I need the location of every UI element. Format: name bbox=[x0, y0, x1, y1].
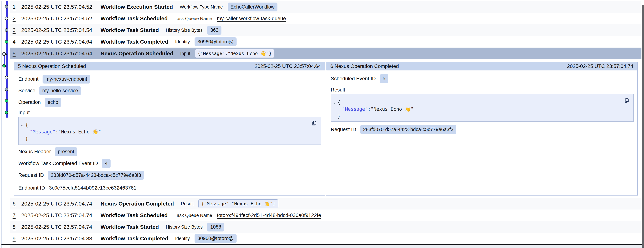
collapse-chevron-icon[interactable]: ⌄ bbox=[21, 121, 25, 128]
event-id-link[interactable]: 5 bbox=[12, 50, 19, 57]
collapse-chevron-icon[interactable]: ⌄ bbox=[333, 99, 338, 106]
field-badge: 5 bbox=[380, 74, 388, 83]
card-timestamp: 2025-02-25 UTC 23:57:04.74 bbox=[567, 63, 633, 69]
json-colon: : bbox=[368, 106, 371, 113]
copy-icon[interactable] bbox=[624, 97, 630, 104]
event-row-1[interactable]: 1 2025-02-25 UTC 23:57:04.52 Workflow Ex… bbox=[10, 1, 642, 13]
field-input: Input bbox=[18, 108, 34, 117]
event-detail-label: Input bbox=[180, 51, 190, 56]
timeline-dot-5-branch bbox=[2, 52, 6, 56]
timeline-dot-9 bbox=[5, 99, 8, 103]
event-id-link[interactable]: 4 bbox=[12, 39, 19, 45]
vertical-scrollbar[interactable] bbox=[642, 5, 644, 248]
input-json-viewer: ⌄ { "Message": "Nexus Echo 👋" } bbox=[18, 117, 321, 145]
result-json-viewer: ⌄ { "Message": "Nexus Echo 👋" } bbox=[331, 94, 634, 122]
event-row-5-selected[interactable]: 5 2025-02-25 UTC 23:57:04.64 Nexus Opera… bbox=[10, 47, 642, 59]
json-line-close: } bbox=[331, 113, 633, 119]
field-nexus-header: Nexus Header present bbox=[18, 147, 77, 156]
field-label: Request ID bbox=[331, 127, 356, 132]
event-detail-label: Workflow Type Name bbox=[180, 4, 223, 10]
event-detail-label: Identity bbox=[175, 236, 190, 241]
event-type: Workflow Task Completed bbox=[100, 39, 168, 45]
field-badge: my-nexus-endpoint bbox=[42, 75, 90, 83]
json-close-brace: } bbox=[25, 135, 28, 142]
field-badge: 283fd070-d57a-4423-bdca-c5c779e6a3f3 bbox=[48, 171, 144, 180]
field-request-id: Request ID 283fd070-d57a-4423-bdca-c5c77… bbox=[331, 125, 456, 134]
timeline-dot-6-branch bbox=[2, 64, 6, 67]
field-badge: my-hello-service bbox=[39, 86, 81, 95]
json-key: "Message" bbox=[342, 106, 368, 113]
json-line-close: } bbox=[19, 135, 321, 142]
timeline-dot-1 bbox=[5, 5, 8, 8]
endpoint-id-link[interactable]: 3c0c75ccfa8144b092c13ce632463761 bbox=[49, 185, 136, 191]
event-input-code-badge: {"Message":"Nexus Echo 👋"} bbox=[195, 49, 274, 57]
event-id-link[interactable]: 9 bbox=[12, 236, 19, 242]
event-row-8[interactable]: 8 2025-02-25 UTC 23:57:04.74 Workflow Ta… bbox=[10, 221, 642, 233]
task-queue-link[interactable]: my-caller-workflow-task-queue bbox=[217, 16, 286, 21]
field-label: Operation bbox=[18, 99, 41, 105]
event-timestamp: 2025-02-25 UTC 23:57:04.74 bbox=[21, 224, 100, 230]
event-type: Workflow Task Scheduled bbox=[100, 15, 168, 22]
event-row-3[interactable]: 3 2025-02-25 UTC 23:57:04.54 Workflow Ta… bbox=[10, 24, 642, 36]
field-result: Result bbox=[331, 85, 349, 94]
event-id-link[interactable]: 6 bbox=[12, 201, 19, 207]
event-result-code-badge: {"Message":"Nexus Echo 👋"} bbox=[198, 199, 278, 208]
below-table-strip bbox=[10, 245, 642, 248]
event-timestamp: 2025-02-25 UTC 23:57:04.54 bbox=[21, 27, 100, 33]
event-id-link[interactable]: 1 bbox=[12, 4, 19, 10]
copy-icon[interactable] bbox=[311, 120, 318, 127]
card-timestamp: 2025-02-25 UTC 23:57:04.64 bbox=[255, 63, 321, 69]
json-open-brace: { bbox=[338, 99, 340, 106]
json-key: "Message" bbox=[30, 128, 56, 135]
event-id-link[interactable]: 7 bbox=[12, 212, 19, 219]
event-id-link[interactable]: 8 bbox=[12, 224, 19, 230]
field-endpoint: Endpoint my-nexus-endpoint bbox=[18, 74, 90, 83]
field-operation: Operation echo bbox=[18, 98, 61, 107]
json-colon: : bbox=[56, 128, 58, 135]
event-row-9[interactable]: 9 2025-02-25 UTC 23:57:04.83 Workflow Ta… bbox=[10, 233, 642, 244]
event-detail-label: History Size Bytes bbox=[166, 27, 203, 33]
json-value: "Nexus Echo 👋" bbox=[371, 106, 414, 113]
card-title: 5 Nexus Operation Scheduled bbox=[18, 63, 86, 69]
event-timestamp: 2025-02-25 UTC 23:57:04.74 bbox=[21, 212, 100, 219]
field-label: Result bbox=[331, 87, 345, 93]
field-badge: 283fd070-d57a-4423-bdca-c5c779e6a3f3 bbox=[360, 125, 456, 134]
field-label: Workflow Task Completed Event ID bbox=[18, 161, 98, 166]
task-queue-link[interactable]: totoro:f494fecf-2d51-4d48-bdcd-036a0f912… bbox=[217, 213, 321, 218]
event-type: Nexus Operation Scheduled bbox=[100, 50, 173, 57]
field-label: Endpoint bbox=[18, 76, 38, 82]
event-detail-label: Result bbox=[181, 201, 194, 207]
event-id-link[interactable]: 2 bbox=[12, 15, 19, 22]
nexus-operation-scheduled-card: 5 Nexus Operation Scheduled 2025-02-25 U… bbox=[14, 62, 325, 196]
timeline-dot-10 bbox=[5, 111, 8, 114]
field-endpoint-id: Endpoint ID 3c0c75ccfa8144b092c13ce63246… bbox=[18, 183, 136, 193]
card-header: 6 Nexus Operation Completed 2025-02-25 U… bbox=[326, 62, 637, 70]
event-timestamp: 2025-02-25 UTC 23:57:04.52 bbox=[21, 4, 100, 10]
field-label: Service bbox=[18, 88, 35, 93]
event-type: Workflow Task Started bbox=[100, 224, 159, 230]
field-badge: 4 bbox=[102, 159, 110, 168]
field-label: Endpoint ID bbox=[18, 185, 45, 191]
json-line-message: "Message": "Nexus Echo 👋" bbox=[19, 128, 321, 135]
timeline-dot-4 bbox=[5, 40, 8, 43]
field-scheduled-event-id: Scheduled Event ID 5 bbox=[331, 74, 388, 83]
json-line-open: ⌄ { bbox=[331, 99, 633, 106]
event-detail-label: History Size Bytes bbox=[166, 224, 203, 230]
table-left-border bbox=[2, 1, 2, 248]
timeline-dot-3 bbox=[5, 28, 8, 32]
event-timestamp: 2025-02-25 UTC 23:57:04.83 bbox=[21, 236, 100, 242]
event-type: Workflow Task Started bbox=[100, 27, 159, 33]
field-label: Nexus Header bbox=[18, 149, 51, 155]
event-row-7[interactable]: 7 2025-02-25 UTC 23:57:04.74 Workflow Ta… bbox=[10, 210, 642, 221]
field-service: Service my-hello-service bbox=[18, 86, 81, 95]
timeline-dot-7 bbox=[5, 76, 8, 79]
field-label: Input bbox=[18, 110, 30, 115]
event-id-link[interactable]: 3 bbox=[12, 27, 19, 33]
event-detail-label: Identity bbox=[175, 39, 190, 44]
field-request-id: Request ID 283fd070-d57a-4423-bdca-c5c77… bbox=[18, 171, 144, 180]
event-row-4[interactable]: 4 2025-02-25 UTC 23:57:04.64 Workflow Ta… bbox=[10, 36, 642, 47]
event-row-2[interactable]: 2 2025-02-25 UTC 23:57:04.52 Workflow Ta… bbox=[10, 13, 642, 24]
event-row-6[interactable]: 6 2025-02-25 UTC 23:57:04.74 Nexus Opera… bbox=[10, 198, 642, 210]
nexus-operation-completed-card: 6 Nexus Operation Completed 2025-02-25 U… bbox=[326, 62, 638, 196]
event-type: Workflow Execution Started bbox=[100, 4, 173, 10]
